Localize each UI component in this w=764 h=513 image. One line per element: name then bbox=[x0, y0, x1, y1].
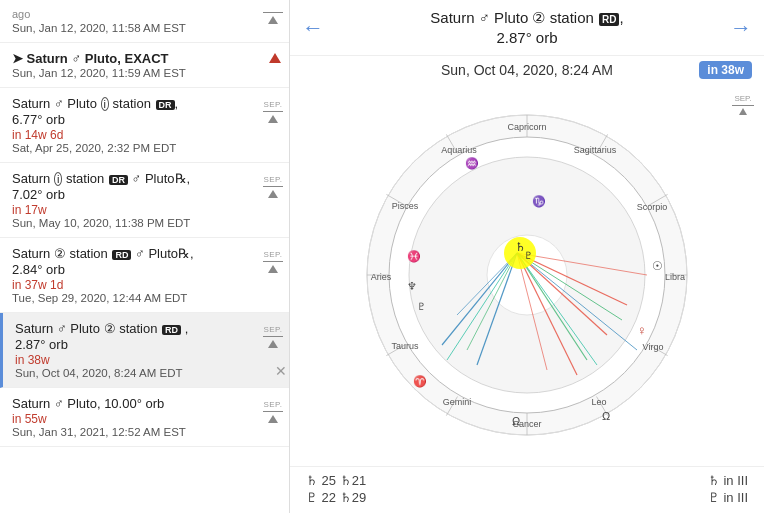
svg-text:♇: ♇ bbox=[524, 250, 533, 261]
svg-text:♒: ♒ bbox=[465, 156, 479, 170]
svg-text:♆: ♆ bbox=[407, 280, 417, 292]
triangle-up-icon bbox=[268, 340, 278, 348]
bottom-right-col: ♄ in III ♇ in III bbox=[708, 473, 748, 505]
list-item-6[interactable]: Saturn ♂ Pluto, 10.00° orb in 55w Sun, J… bbox=[0, 388, 289, 447]
svg-text:♈: ♈ bbox=[413, 374, 427, 388]
svg-text:Aquarius: Aquarius bbox=[441, 145, 477, 155]
event-date-3: Sun, May 10, 2020, 11:38 PM EDT bbox=[12, 217, 237, 229]
event-orb-3: 7.02° orb bbox=[12, 187, 237, 202]
sep-block-3: SEP. bbox=[263, 175, 283, 199]
sep-block-2: SEP. bbox=[263, 100, 283, 124]
bottom-saturn-pos: ♄ 25 ♄21 bbox=[306, 473, 366, 488]
event-date-5: Sun, Oct 04, 2020, 8:24 AM EDT bbox=[15, 367, 237, 379]
list-item-exact[interactable]: ➤ Saturn ♂ Pluto, EXACT Sun, Jan 12, 202… bbox=[0, 43, 289, 88]
zodiac-wheel: Capricorn Sagittarius Scorpio Libra Virg… bbox=[357, 105, 697, 445]
triangle-up-icon bbox=[268, 16, 278, 24]
list-item[interactable]: ago Sun, Jan 12, 2020, 11:58 AM EST bbox=[0, 0, 289, 43]
svg-text:Gemini: Gemini bbox=[443, 397, 472, 407]
event-date-2: Sat, Apr 25, 2020, 2:32 PM EDT bbox=[12, 142, 237, 154]
sep-block-4: SEP. bbox=[263, 250, 283, 274]
svg-text:☉: ☉ bbox=[652, 259, 663, 273]
svg-text:Capricorn: Capricorn bbox=[507, 122, 546, 132]
svg-text:Leo: Leo bbox=[591, 397, 606, 407]
red-triangle-icon bbox=[269, 53, 281, 63]
svg-text:Sagittarius: Sagittarius bbox=[574, 145, 617, 155]
svg-text:♓: ♓ bbox=[407, 249, 421, 263]
chart-panel: ← Saturn ♂ Pluto ② station RD, 2.87° orb… bbox=[290, 0, 764, 513]
svg-text:Ω: Ω bbox=[602, 410, 610, 422]
event-list: ago Sun, Jan 12, 2020, 11:58 AM EST ➤ Sa… bbox=[0, 0, 290, 513]
event-date-exact: Sun, Jan 12, 2020, 11:59 AM EST bbox=[12, 67, 249, 79]
event-title-exact: ➤ Saturn ♂ Pluto, EXACT bbox=[12, 51, 249, 66]
chart-area: SEP. bbox=[290, 84, 764, 466]
svg-text:♀: ♀ bbox=[637, 323, 647, 338]
bottom-pluto-house: ♇ in III bbox=[708, 490, 748, 505]
event-date-4: Tue, Sep 29, 2020, 12:44 AM EDT bbox=[12, 292, 237, 304]
list-item-5[interactable]: Saturn ♂ Pluto ② station RD , 2.87° orb … bbox=[0, 313, 289, 388]
date-row: Sun, Oct 04, 2020, 8:24 AM in 38w bbox=[290, 56, 764, 84]
badge-5: in 38w bbox=[15, 353, 237, 367]
event-title-3: Saturn i station DR ♂ Pluto℞, bbox=[12, 171, 237, 186]
nav-right-button[interactable]: → bbox=[722, 11, 760, 45]
event-title-2: Saturn ♂ Pluto i station DR, bbox=[12, 96, 237, 111]
svg-text:Taurus: Taurus bbox=[391, 341, 419, 351]
sep-indicator: SEP. bbox=[732, 94, 754, 115]
svg-text:Ω: Ω bbox=[512, 415, 520, 427]
chart-header: ← Saturn ♂ Pluto ② station RD, 2.87° orb… bbox=[290, 0, 764, 56]
time-badge: in 38w bbox=[699, 61, 752, 79]
event-date-ago: ago bbox=[12, 8, 239, 20]
badge-6: in 55w bbox=[12, 412, 237, 426]
triangle-up-icon bbox=[268, 265, 278, 273]
triangle-up-icon bbox=[268, 415, 278, 423]
svg-text:Pisces: Pisces bbox=[392, 201, 419, 211]
chart-date: Sun, Oct 04, 2020, 8:24 AM bbox=[441, 62, 613, 78]
sep-line bbox=[263, 12, 283, 13]
sep-block bbox=[263, 12, 283, 25]
bottom-saturn-house: ♄ in III bbox=[708, 473, 748, 488]
chart-title: Saturn ♂ Pluto ② station RD, 2.87° orb bbox=[330, 8, 724, 47]
event-orb-4: 2.84° orb bbox=[12, 262, 237, 277]
svg-text:Aries: Aries bbox=[371, 272, 392, 282]
badge-2: in 14w 6d bbox=[12, 128, 237, 142]
event-title-4: Saturn ② station RD ♂ Pluto℞, bbox=[12, 246, 237, 261]
close-icon[interactable]: ✕ bbox=[275, 363, 287, 379]
event-orb-2: 6.77° orb bbox=[12, 112, 237, 127]
svg-text:Scorpio: Scorpio bbox=[637, 202, 668, 212]
event-date-6: Sun, Jan 31, 2021, 12:52 AM EST bbox=[12, 426, 237, 438]
event-date: Sun, Jan 12, 2020, 11:58 AM EST bbox=[12, 22, 239, 34]
svg-text:Virgo: Virgo bbox=[643, 342, 664, 352]
event-orb-5: 2.87° orb bbox=[15, 337, 237, 352]
list-item-4[interactable]: Saturn ② station RD ♂ Pluto℞, 2.84° orb … bbox=[0, 238, 289, 313]
triangle-up-icon bbox=[268, 190, 278, 198]
sep-block-6: SEP. bbox=[263, 400, 283, 424]
bottom-left-col: ♄ 25 ♄21 ♇ 22 ♄29 bbox=[306, 473, 366, 505]
badge-4: in 37w 1d bbox=[12, 278, 237, 292]
svg-text:Libra: Libra bbox=[665, 272, 685, 282]
event-title-5: Saturn ♂ Pluto ② station RD , bbox=[15, 321, 237, 336]
nav-left-button[interactable]: ← bbox=[294, 11, 332, 45]
bottom-pluto-pos: ♇ 22 ♄29 bbox=[306, 490, 366, 505]
sep-block-5: SEP. bbox=[263, 325, 283, 349]
badge-3: in 17w bbox=[12, 203, 237, 217]
event-title-6: Saturn ♂ Pluto, 10.00° orb bbox=[12, 396, 237, 411]
svg-text:♇: ♇ bbox=[417, 301, 426, 312]
list-item-2[interactable]: Saturn ♂ Pluto i station DR, 6.77° orb i… bbox=[0, 88, 289, 163]
bottom-info: ♄ 25 ♄21 ♇ 22 ♄29 ♄ in III ♇ in III bbox=[290, 466, 764, 513]
triangle-up-icon bbox=[268, 115, 278, 123]
list-item-3[interactable]: Saturn i station DR ♂ Pluto℞, 7.02° orb … bbox=[0, 163, 289, 238]
svg-text:♑: ♑ bbox=[532, 194, 546, 208]
